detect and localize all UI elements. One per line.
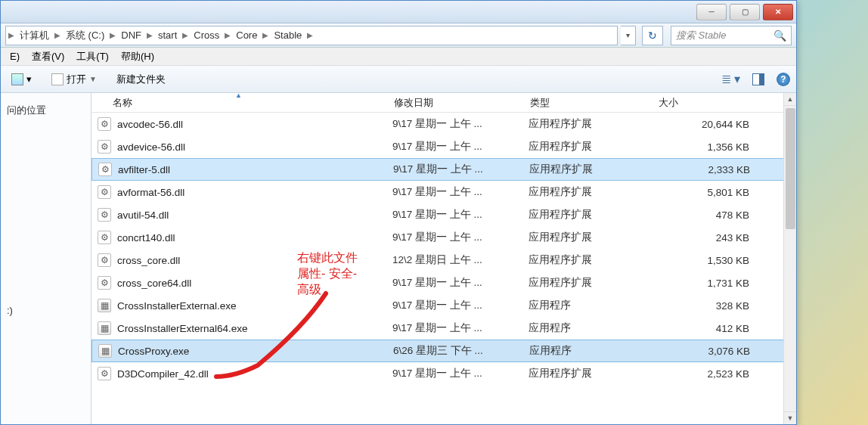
file-date: 9\17 星期一 上午 ... <box>392 367 529 380</box>
file-type: 应用程序 <box>529 344 658 358</box>
search-placeholder: 搜索 Stable <box>676 29 726 42</box>
scroll-down-button[interactable]: ▼ <box>784 411 796 424</box>
organize-button[interactable]: ▾ <box>7 71 36 88</box>
menu-bar: E)查看(V)工具(T)帮助(H) <box>1 48 796 66</box>
file-size: 412 KB <box>657 323 757 334</box>
chevron-right-icon[interactable]: ▶ <box>144 31 155 39</box>
chevron-right-icon[interactable]: ▶ <box>107 31 118 39</box>
maximize-button[interactable]: ▢ <box>730 4 760 20</box>
chevron-right-icon[interactable]: ▶ <box>305 31 315 39</box>
chevron-right-icon[interactable]: ▶ <box>222 31 233 39</box>
file-size: 3,076 KB <box>658 346 758 357</box>
column-headers: ▲ 名称 修改日期 类型 大小 <box>91 93 796 113</box>
file-list-pane: ▲ 名称 修改日期 类型 大小 ⚙avcodec-56.dll9\17 星期一 … <box>91 93 796 424</box>
file-row[interactable]: ⚙avutil-54.dll9\17 星期一 上午 ...应用程序扩展478 K… <box>91 203 796 226</box>
file-row[interactable]: ⚙avfilter-5.dll9\17 星期一 上午 ...应用程序扩展2,33… <box>91 158 796 181</box>
file-row[interactable]: ▦CrossInstallerExternal.exe9\17 星期一 上午 .… <box>91 294 796 317</box>
breadcrumb-item[interactable]: 计算机 <box>17 29 52 42</box>
dll-icon: ⚙ <box>98 140 111 154</box>
file-rows: ⚙avcodec-56.dll9\17 星期一 上午 ...应用程序扩展20,6… <box>91 113 796 385</box>
dll-icon: ⚙ <box>98 367 111 380</box>
file-date: 9\17 星期一 上午 ... <box>392 276 529 290</box>
file-size: 2,523 KB <box>657 368 757 380</box>
scroll-up-button[interactable]: ▲ <box>784 93 796 106</box>
search-input[interactable]: 搜索 Stable 🔍 <box>671 26 792 45</box>
file-size: 5,801 KB <box>657 187 757 198</box>
file-name: avcodec-56.dll <box>116 119 392 130</box>
chevron-right-icon[interactable]: ▶ <box>6 31 17 39</box>
file-size: 1,731 KB <box>657 278 757 289</box>
file-date: 6\26 星期三 下午 ... <box>393 344 529 358</box>
file-row[interactable]: ⚙D3DCompiler_42.dll9\17 星期一 上午 ...应用程序扩展… <box>91 362 796 385</box>
window-icon <box>11 73 23 85</box>
file-name: avfilter-5.dll <box>116 164 393 175</box>
file-row[interactable]: ▦CrossProxy.exe6\26 星期三 下午 ...应用程序3,076 … <box>91 340 796 362</box>
title-bar[interactable]: ─ ▢ ✕ <box>1 1 796 23</box>
chevron-right-icon[interactable]: ▶ <box>260 31 271 39</box>
file-size: 1,356 KB <box>657 141 757 153</box>
dll-icon: ⚙ <box>98 276 111 290</box>
preview-pane-button[interactable] <box>752 73 764 85</box>
sidebar-item[interactable]: :) <box>5 302 86 319</box>
breadcrumb-item[interactable]: Cross <box>191 29 222 41</box>
help-button[interactable]: ? <box>777 73 790 86</box>
breadcrumb-item[interactable]: 系统 (C:) <box>63 29 107 42</box>
file-size: 478 KB <box>657 209 757 221</box>
file-row[interactable]: ⚙cross_core64.dll9\17 星期一 上午 ...应用程序扩展1,… <box>91 271 796 294</box>
refresh-button[interactable]: ↻ <box>642 26 663 45</box>
view-options-button[interactable]: ≣ ▾ <box>721 72 740 86</box>
file-row[interactable]: ⚙cross_core.dll12\2 星期日 上午 ...应用程序扩展1,53… <box>91 249 796 271</box>
breadcrumb-item[interactable]: Core <box>233 29 260 41</box>
column-name[interactable]: ▲ 名称 <box>91 93 386 112</box>
file-name: cross_core64.dll <box>116 278 392 289</box>
file-row[interactable]: ⚙avformat-56.dll9\17 星期一 上午 ...应用程序扩展5,8… <box>91 181 796 203</box>
exe-icon: ▦ <box>98 344 112 358</box>
toolbar: ▾ 打开 ▼ 新建文件夹 ≣ ▾ ? <box>1 66 796 93</box>
breadcrumb-item[interactable]: Stable <box>271 29 305 41</box>
chevron-right-icon[interactable]: ▶ <box>180 31 191 39</box>
file-name: concrt140.dll <box>116 232 392 244</box>
chevron-right-icon[interactable]: ▶ <box>52 31 63 39</box>
file-size: 243 KB <box>657 232 757 244</box>
vertical-scrollbar[interactable]: ▲ ▼ <box>783 93 796 424</box>
file-name: CrossProxy.exe <box>116 346 393 357</box>
file-row[interactable]: ⚙avcodec-56.dll9\17 星期一 上午 ...应用程序扩展20,6… <box>91 113 796 135</box>
file-type: 应用程序扩展 <box>529 253 657 267</box>
content-area: 问的位置 :) ▲ 名称 修改日期 类型 大小 ⚙avcodec-56.dll9… <box>1 93 796 424</box>
menu-item[interactable]: 工具(T) <box>70 48 115 65</box>
file-row[interactable]: ⚙concrt140.dll9\17 星期一 上午 ...应用程序扩展243 K… <box>91 226 796 249</box>
sidebar-recent-places[interactable]: 问的位置 <box>5 101 86 120</box>
column-date[interactable]: 修改日期 <box>386 93 522 112</box>
file-size: 328 KB <box>657 300 757 312</box>
breadcrumb-dropdown[interactable]: ▾ <box>621 26 636 45</box>
file-name: CrossInstallerExternal.exe <box>116 300 392 312</box>
open-button[interactable]: 打开 ▼ <box>47 70 101 88</box>
file-date: 9\17 星期一 上午 ... <box>392 231 529 244</box>
file-size: 20,644 KB <box>657 119 757 130</box>
menu-item[interactable]: E) <box>4 49 26 64</box>
navigation-pane[interactable]: 问的位置 :) <box>1 93 91 424</box>
exe-icon: ▦ <box>98 321 111 335</box>
column-size[interactable]: 大小 <box>651 93 764 112</box>
file-row[interactable]: ⚙avdevice-56.dll9\17 星期一 上午 ...应用程序扩展1,3… <box>91 135 796 158</box>
breadcrumb[interactable]: ▶计算机▶系统 (C:)▶DNF▶start▶Cross▶Core▶Stable… <box>5 26 618 45</box>
file-date: 9\17 星期一 上午 ... <box>392 321 529 335</box>
file-type: 应用程序扩展 <box>529 140 657 154</box>
file-row[interactable]: ▦CrossInstallerExternal64.exe9\17 星期一 上午… <box>91 317 796 340</box>
file-type: 应用程序扩展 <box>529 276 657 290</box>
file-date: 9\17 星期一 上午 ... <box>393 163 529 176</box>
close-button[interactable]: ✕ <box>763 4 793 20</box>
menu-item[interactable]: 帮助(H) <box>115 48 160 65</box>
new-folder-button[interactable]: 新建文件夹 <box>112 70 170 88</box>
file-type: 应用程序扩展 <box>529 117 657 131</box>
scroll-thumb[interactable] <box>786 108 795 229</box>
explorer-window: ─ ▢ ✕ ▶计算机▶系统 (C:)▶DNF▶start▶Cross▶Core▶… <box>0 0 797 425</box>
breadcrumb-item[interactable]: start <box>155 29 180 41</box>
file-date: 9\17 星期一 上午 ... <box>392 299 529 312</box>
minimize-button[interactable]: ─ <box>696 4 727 20</box>
column-type[interactable]: 类型 <box>522 93 651 112</box>
breadcrumb-item[interactable]: DNF <box>118 29 144 41</box>
menu-item[interactable]: 查看(V) <box>26 48 70 65</box>
search-icon[interactable]: 🔍 <box>773 29 786 42</box>
file-type: 应用程序扩展 <box>529 185 657 199</box>
